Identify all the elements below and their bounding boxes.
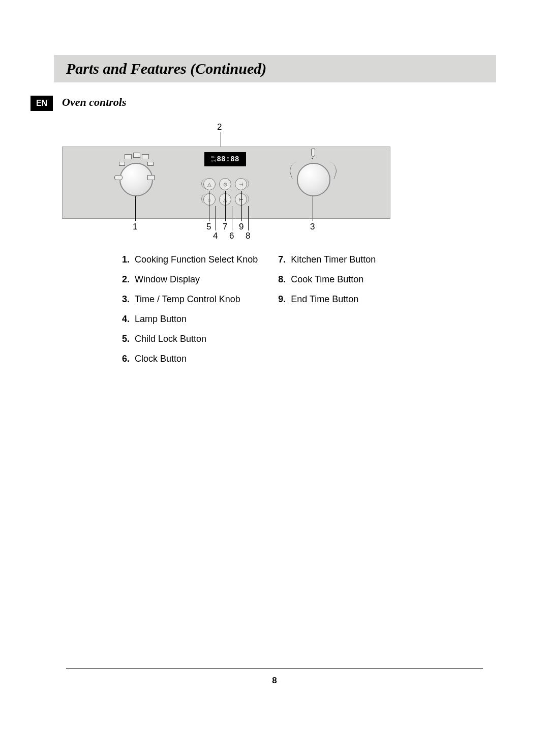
callout-line	[135, 196, 136, 221]
legend-item: 2. Window Display	[122, 274, 258, 285]
mode-icon	[119, 162, 125, 166]
callout-line	[248, 206, 249, 230]
legend-item: 5. Child Lock Button	[122, 334, 258, 344]
button-row-top: △ ⊙ ⊣	[203, 178, 247, 190]
callout-2-line	[221, 132, 221, 147]
window-display-icon: ⊙⊢△⊣ 88:88	[204, 152, 246, 166]
callout-line	[232, 206, 232, 230]
oven-controls-diagram: 2 ⊙⊢△⊣ 88:88 △ ⊙ ⊣ ⌂ △ ⊢	[62, 122, 418, 244]
lamp-button-icon: ⌂	[203, 193, 216, 206]
mode-icon	[147, 162, 154, 166]
cook-time-button-icon: ⊢	[235, 193, 247, 206]
mode-icon	[133, 153, 140, 158]
legend-column-right: 7. Kitchen Timer Button 8. Cook Time But…	[278, 254, 376, 364]
kitchen-timer-button-icon: ⊙	[219, 178, 231, 190]
display-status-icons: ⊙⊢△⊣	[211, 156, 216, 163]
callout-line	[209, 191, 209, 221]
display-value: 88:88	[217, 155, 239, 163]
callout-9-label: 9	[239, 222, 243, 232]
mode-icon	[147, 175, 155, 180]
callout-2-label: 2	[217, 122, 222, 132]
legend-item: 6. Clock Button	[122, 354, 258, 364]
callout-7-label: 7	[223, 222, 227, 232]
callout-line	[313, 196, 313, 221]
manual-page: Parts and Features (Continued) EN Oven c…	[0, 0, 549, 756]
section-title: Parts and Features (Continued)	[66, 60, 266, 77]
mode-icon	[114, 175, 123, 180]
child-lock-button-icon: △	[203, 178, 216, 190]
scale-dot-icon	[312, 158, 313, 159]
legend-column-left: 1. Cooking Function Select Knob 2. Windo…	[122, 254, 258, 364]
callout-3-label: 3	[310, 222, 315, 232]
mode-icon	[142, 154, 149, 159]
legend-item: 3. Time / Temp Control Knob	[122, 294, 258, 305]
time-temp-knob-icon	[297, 163, 330, 196]
mode-icon	[125, 154, 132, 159]
callout-1-label: 1	[133, 222, 137, 232]
callout-6-label: 6	[229, 231, 234, 241]
callout-line	[216, 206, 216, 230]
legend-item: 4. Lamp Button	[122, 314, 258, 325]
legend-item: 9. End Time Button	[278, 294, 376, 305]
callout-line	[225, 191, 226, 221]
page-number: 8	[0, 676, 549, 686]
section-title-banner: Parts and Features (Continued)	[54, 55, 496, 82]
callout-line	[241, 191, 242, 221]
callout-8-label: 8	[246, 231, 250, 241]
callout-5-label: 5	[206, 222, 211, 232]
subheading: Oven controls	[62, 96, 127, 109]
legend-item: 1. Cooking Function Select Knob	[122, 254, 258, 265]
legend: 1. Cooking Function Select Knob 2. Windo…	[122, 254, 427, 364]
legend-item: 8. Cook Time Button	[278, 274, 376, 285]
footer-rule	[66, 668, 483, 669]
callout-4-label: 4	[213, 231, 218, 241]
language-badge: EN	[30, 96, 53, 111]
end-time-button-icon: ⊣	[235, 178, 247, 190]
thermometer-icon	[311, 149, 315, 157]
legend-item: 7. Kitchen Timer Button	[278, 254, 376, 265]
